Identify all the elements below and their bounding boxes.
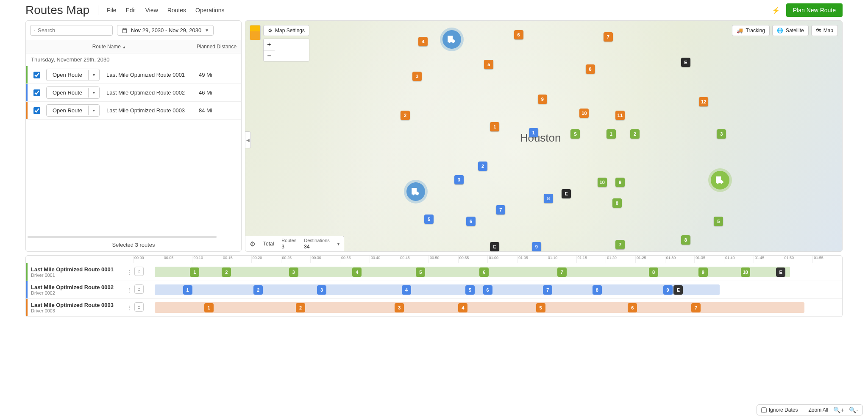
- truck-marker[interactable]: [406, 182, 425, 201]
- map-marker[interactable]: 9: [538, 95, 547, 104]
- open-route-button-1[interactable]: Open Route▾: [46, 69, 100, 81]
- timeline-stop[interactable]: 2: [222, 268, 231, 277]
- timeline-stop[interactable]: 7: [691, 303, 701, 312]
- map-marker[interactable]: 9: [615, 178, 625, 187]
- route-checkbox-3[interactable]: [33, 107, 40, 114]
- open-route-button-2[interactable]: Open Route▾: [46, 86, 100, 99]
- timeline-track[interactable]: ⌂12345678910E: [134, 266, 840, 278]
- timeline-stop[interactable]: 4: [458, 303, 467, 312]
- timeline-stop[interactable]: 8: [649, 268, 658, 277]
- map-marker[interactable]: 6: [466, 217, 476, 226]
- home-icon[interactable]: ⌂: [134, 302, 144, 312]
- date-range-picker[interactable]: Nov 29, 2030 - Nov 29, 2030 ▼: [117, 25, 214, 36]
- timeline-stop[interactable]: 6: [628, 303, 637, 312]
- timeline-stop[interactable]: 3: [317, 285, 326, 295]
- menu-edit[interactable]: Edit: [126, 7, 136, 14]
- chevron-down-icon[interactable]: ▾: [88, 70, 99, 80]
- menu-routes[interactable]: Routes: [167, 7, 186, 14]
- map-marker[interactable]: 5: [424, 215, 434, 224]
- map-marker-start[interactable]: S: [570, 129, 580, 139]
- gear-icon[interactable]: ⚙: [250, 240, 256, 248]
- map-marker-end[interactable]: E: [490, 242, 499, 251]
- map-marker-end[interactable]: E: [681, 58, 690, 67]
- map-marker[interactable]: 4: [418, 37, 428, 46]
- map-marker[interactable]: 9: [532, 242, 541, 251]
- bolt-icon[interactable]: ⚡: [772, 6, 780, 14]
- truck-marker[interactable]: [442, 30, 461, 49]
- satellite-button[interactable]: 🌐 Satellite: [772, 25, 809, 36]
- timeline-stop[interactable]: 5: [536, 303, 545, 312]
- map-marker-end[interactable]: E: [562, 189, 571, 198]
- timeline-stop[interactable]: 7: [543, 285, 552, 295]
- map-marker[interactable]: 8: [681, 235, 690, 245]
- timeline-stop[interactable]: E: [673, 285, 683, 295]
- map-marker[interactable]: 3: [717, 129, 726, 139]
- timeline-stop[interactable]: 9: [698, 268, 708, 277]
- timeline-stop[interactable]: 3: [395, 303, 404, 312]
- timeline-stop[interactable]: 5: [465, 285, 475, 295]
- menu-view[interactable]: View: [145, 7, 158, 14]
- timeline-row-menu[interactable]: ⋮: [126, 263, 134, 281]
- timeline-track[interactable]: ⌂123456789E: [134, 284, 840, 296]
- map-marker[interactable]: 1: [490, 122, 499, 131]
- map-marker[interactable]: 5: [484, 60, 493, 69]
- menu-file[interactable]: File: [107, 7, 117, 14]
- timeline-stop[interactable]: 3: [289, 268, 298, 277]
- tracking-button[interactable]: 🚚 Tracking: [732, 25, 770, 36]
- map-marker[interactable]: 1: [529, 128, 538, 137]
- map-marker[interactable]: 3: [412, 72, 422, 81]
- home-icon[interactable]: ⌂: [134, 267, 144, 276]
- collapse-panel-button[interactable]: ◀: [245, 131, 251, 148]
- map-marker[interactable]: 1: [606, 129, 616, 139]
- chevron-down-icon[interactable]: ▾: [88, 106, 99, 115]
- map-marker[interactable]: 7: [604, 32, 613, 42]
- map-settings-button[interactable]: ⚙ Map Settings: [263, 25, 309, 36]
- map-panel[interactable]: ◀ ⚙ Map Settings + − 🚚 Tracking 🌐 Satell…: [245, 20, 843, 252]
- timeline-stop[interactable]: 10: [741, 268, 750, 277]
- map-marker[interactable]: 7: [615, 240, 625, 249]
- timeline-stop[interactable]: 2: [296, 303, 305, 312]
- timeline-stop[interactable]: 7: [557, 268, 567, 277]
- pegman-icon[interactable]: [250, 25, 261, 40]
- map-marker[interactable]: 11: [615, 111, 625, 120]
- col-route-name[interactable]: Route Name ▲: [26, 40, 192, 53]
- map-marker[interactable]: 7: [496, 205, 505, 215]
- home-icon[interactable]: ⌂: [134, 284, 144, 294]
- map-marker[interactable]: 8: [586, 64, 595, 74]
- map-marker[interactable]: 5: [714, 217, 723, 226]
- timeline-stop[interactable]: 4: [352, 268, 362, 277]
- truck-marker[interactable]: [711, 171, 729, 189]
- timeline-stop[interactable]: 1: [190, 268, 199, 277]
- search-input[interactable]: [38, 27, 109, 33]
- timeline-track[interactable]: ⌂1234567: [134, 301, 840, 314]
- col-planned-distance[interactable]: Planned Distance: [192, 40, 241, 53]
- zoom-in-button[interactable]: +: [264, 39, 275, 50]
- route-checkbox-1[interactable]: [33, 72, 40, 78]
- map-marker[interactable]: 10: [598, 178, 607, 187]
- chevron-down-icon[interactable]: ▾: [337, 242, 339, 246]
- map-mode-button[interactable]: 🗺 Map: [811, 25, 838, 36]
- map-marker[interactable]: 2: [401, 111, 410, 120]
- timeline-stop[interactable]: 1: [183, 285, 192, 295]
- map-marker[interactable]: 6: [514, 30, 523, 39]
- map-marker[interactable]: 3: [454, 175, 464, 184]
- map-marker[interactable]: 8: [612, 198, 622, 208]
- search-input-wrap[interactable]: [30, 25, 113, 36]
- map-marker[interactable]: 12: [699, 97, 708, 106]
- timeline-stop[interactable]: 6: [479, 268, 489, 277]
- timeline-stop[interactable]: 6: [483, 285, 492, 295]
- timeline-stop[interactable]: 2: [253, 285, 263, 295]
- plan-new-route-button[interactable]: Plan New Route: [786, 3, 843, 17]
- timeline-row-menu[interactable]: ⋮: [126, 299, 134, 316]
- zoom-out-button[interactable]: −: [264, 50, 275, 61]
- map-marker[interactable]: 2: [478, 162, 487, 171]
- map-background[interactable]: [245, 21, 842, 251]
- map-marker[interactable]: 2: [630, 129, 640, 139]
- timeline-row-menu[interactable]: ⋮: [126, 281, 134, 298]
- timeline-stop[interactable]: 8: [593, 285, 602, 295]
- timeline-stop[interactable]: 9: [663, 285, 673, 295]
- timeline-stop[interactable]: 1: [204, 303, 214, 312]
- menu-operations[interactable]: Operations: [195, 7, 224, 14]
- map-marker[interactable]: 10: [579, 109, 589, 118]
- chevron-down-icon[interactable]: ▾: [88, 88, 99, 98]
